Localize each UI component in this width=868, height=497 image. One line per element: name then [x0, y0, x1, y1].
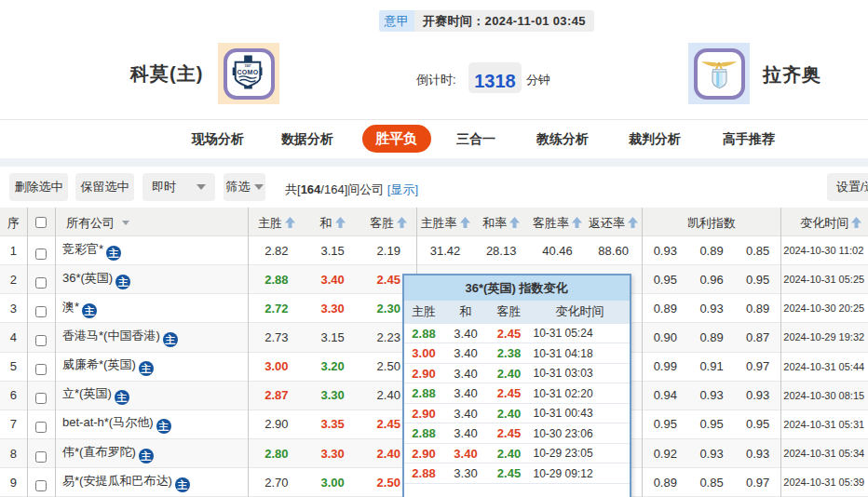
svg-text:COMO: COMO — [237, 69, 259, 75]
svg-text:1907: 1907 — [244, 64, 251, 68]
